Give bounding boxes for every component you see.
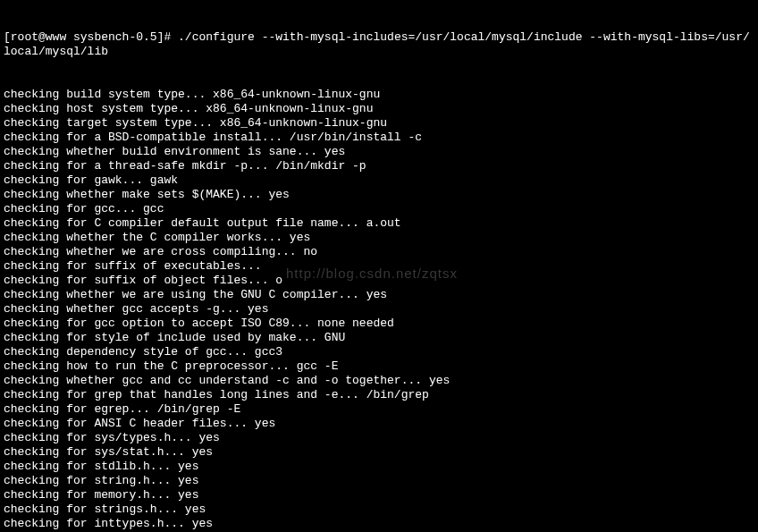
output-line: checking for ANSI C header files... yes <box>4 417 754 431</box>
output-line: checking build system type... x86_64-unk… <box>4 88 754 102</box>
output-line: checking for strings.h... yes <box>4 502 754 517</box>
output-line: checking whether the C compiler works...… <box>4 231 754 245</box>
output-line: checking for C compiler default output f… <box>4 216 754 231</box>
output-line: checking dependency style of gcc... gcc3 <box>4 345 754 359</box>
output-line: checking for inttypes.h... yes <box>4 517 754 531</box>
output-line: checking for stdlib.h... yes <box>4 460 754 474</box>
output-line: checking how to run the C preprocessor..… <box>4 359 754 374</box>
terminal-output: [root@www sysbench-0.5]# ./configure --w… <box>4 2 754 532</box>
output-line: checking for a BSD-compatible install...… <box>4 131 754 145</box>
output-line: checking for grep that handles long line… <box>4 388 754 402</box>
output-line: checking for suffix of executables... <box>4 259 754 274</box>
output-line: checking for gawk... gawk <box>4 173 754 188</box>
output-line: checking for suffix of object files... o <box>4 274 754 288</box>
output-line: checking host system type... x86_64-unkn… <box>4 102 754 116</box>
output-line: checking whether make sets $(MAKE)... ye… <box>4 188 754 202</box>
output-line: checking for sys/stat.h... yes <box>4 445 754 460</box>
output-line: checking for sys/types.h... yes <box>4 431 754 445</box>
output-line: checking for gcc option to accept ISO C8… <box>4 317 754 331</box>
output-lines-container: checking build system type... x86_64-unk… <box>4 88 754 532</box>
output-line: checking whether build environment is sa… <box>4 145 754 159</box>
command-line: [root@www sysbench-0.5]# ./configure --w… <box>4 30 754 59</box>
output-line: checking target system type... x86_64-un… <box>4 116 754 131</box>
output-line: checking whether gcc accepts -g... yes <box>4 302 754 317</box>
output-line: checking for egrep... /bin/grep -E <box>4 402 754 417</box>
output-line: checking for string.h... yes <box>4 474 754 488</box>
output-line: checking for memory.h... yes <box>4 488 754 502</box>
output-line: checking whether gcc and cc understand -… <box>4 374 754 388</box>
output-line: checking whether we are cross compiling.… <box>4 245 754 259</box>
shell-prompt: [root@www sysbench-0.5]# <box>4 30 178 44</box>
output-line: checking for style of include used by ma… <box>4 331 754 345</box>
output-line: checking for gcc... gcc <box>4 202 754 216</box>
output-line: checking for a thread-safe mkdir -p... /… <box>4 159 754 173</box>
output-line: checking whether we are using the GNU C … <box>4 288 754 302</box>
